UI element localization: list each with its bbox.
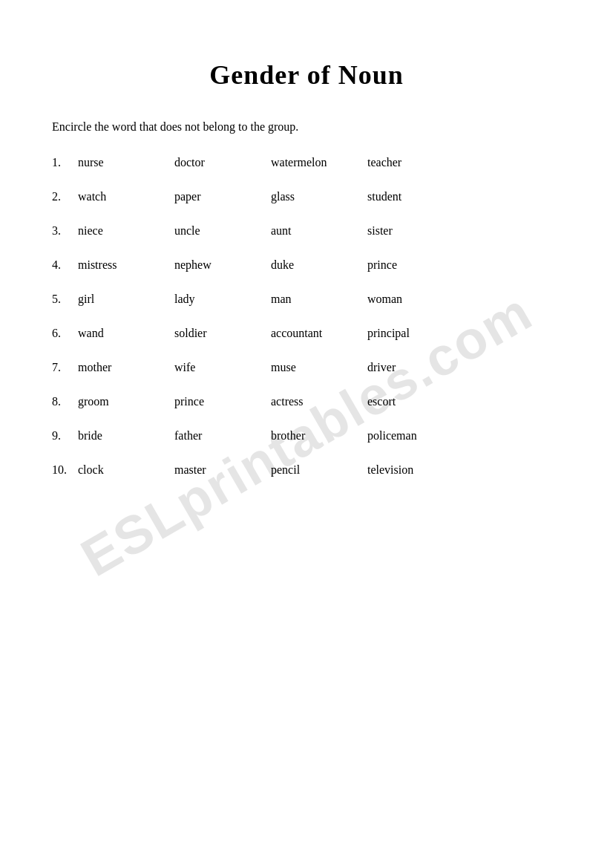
word: policeman bbox=[367, 429, 471, 443]
list-item: 9.bridefatherbrotherpoliceman bbox=[52, 429, 561, 443]
word: mother bbox=[78, 361, 174, 374]
word: glass bbox=[271, 190, 367, 203]
word: prince bbox=[367, 258, 471, 272]
word: muse bbox=[271, 361, 367, 374]
item-number: 8. bbox=[52, 395, 78, 408]
word: television bbox=[367, 463, 471, 477]
word-group: girlladymanwoman bbox=[78, 293, 561, 306]
page: ESLprintables.com Gender of Noun Encircl… bbox=[0, 0, 613, 868]
page-title: Gender of Noun bbox=[52, 59, 561, 91]
word: driver bbox=[367, 361, 471, 374]
list-item: 8.groomprinceactressescort bbox=[52, 395, 561, 408]
word: lady bbox=[174, 293, 271, 306]
word: teacher bbox=[367, 156, 471, 169]
word-group: watchpaperglassstudent bbox=[78, 190, 561, 203]
word-group: nieceuncleauntsister bbox=[78, 224, 561, 238]
word: brother bbox=[271, 429, 367, 443]
word: master bbox=[174, 463, 271, 477]
word: escort bbox=[367, 395, 471, 408]
word: soldier bbox=[174, 327, 271, 340]
word: duke bbox=[271, 258, 367, 272]
item-number: 10. bbox=[52, 463, 78, 477]
word: woman bbox=[367, 293, 471, 306]
list-item: 3.nieceuncleauntsister bbox=[52, 224, 561, 238]
list-item: 10.clockmasterpenciltelevision bbox=[52, 463, 561, 477]
word: nephew bbox=[174, 258, 271, 272]
word-group: nursedoctorwatermelonteacher bbox=[78, 156, 561, 169]
word: father bbox=[174, 429, 271, 443]
word: doctor bbox=[174, 156, 271, 169]
item-number: 1. bbox=[52, 156, 78, 169]
item-number: 5. bbox=[52, 293, 78, 306]
item-number: 6. bbox=[52, 327, 78, 340]
list-item: 1.nursedoctorwatermelonteacher bbox=[52, 156, 561, 169]
item-number: 4. bbox=[52, 258, 78, 272]
word-group: bridefatherbrotherpoliceman bbox=[78, 429, 561, 443]
content: Gender of Noun Encircle the word that do… bbox=[52, 59, 561, 477]
word: man bbox=[271, 293, 367, 306]
word: groom bbox=[78, 395, 174, 408]
word: student bbox=[367, 190, 471, 203]
word: wand bbox=[78, 327, 174, 340]
word: pencil bbox=[271, 463, 367, 477]
list-item: 7.motherwifemusedriver bbox=[52, 361, 561, 374]
word: clock bbox=[78, 463, 174, 477]
word: prince bbox=[174, 395, 271, 408]
word: accountant bbox=[271, 327, 367, 340]
word: uncle bbox=[174, 224, 271, 238]
word: watch bbox=[78, 190, 174, 203]
word-group: clockmasterpenciltelevision bbox=[78, 463, 561, 477]
word: aunt bbox=[271, 224, 367, 238]
list-item: 6.wandsoldieraccountantprincipal bbox=[52, 327, 561, 340]
exercise-list: 1.nursedoctorwatermelonteacher2.watchpap… bbox=[52, 156, 561, 477]
word: sister bbox=[367, 224, 471, 238]
word: principal bbox=[367, 327, 471, 340]
item-number: 2. bbox=[52, 190, 78, 203]
instruction: Encircle the word that does not belong t… bbox=[52, 120, 561, 134]
word: bride bbox=[78, 429, 174, 443]
word: wife bbox=[174, 361, 271, 374]
word: watermelon bbox=[271, 156, 367, 169]
list-item: 4.mistressnephewdukeprince bbox=[52, 258, 561, 272]
word: paper bbox=[174, 190, 271, 203]
word-group: motherwifemusedriver bbox=[78, 361, 561, 374]
word: actress bbox=[271, 395, 367, 408]
word-group: mistressnephewdukeprince bbox=[78, 258, 561, 272]
word-group: groomprinceactressescort bbox=[78, 395, 561, 408]
list-item: 2.watchpaperglassstudent bbox=[52, 190, 561, 203]
word: girl bbox=[78, 293, 174, 306]
word: nurse bbox=[78, 156, 174, 169]
word: niece bbox=[78, 224, 174, 238]
word-group: wandsoldieraccountantprincipal bbox=[78, 327, 561, 340]
item-number: 9. bbox=[52, 429, 78, 443]
word: mistress bbox=[78, 258, 174, 272]
item-number: 7. bbox=[52, 361, 78, 374]
list-item: 5.girlladymanwoman bbox=[52, 293, 561, 306]
item-number: 3. bbox=[52, 224, 78, 238]
